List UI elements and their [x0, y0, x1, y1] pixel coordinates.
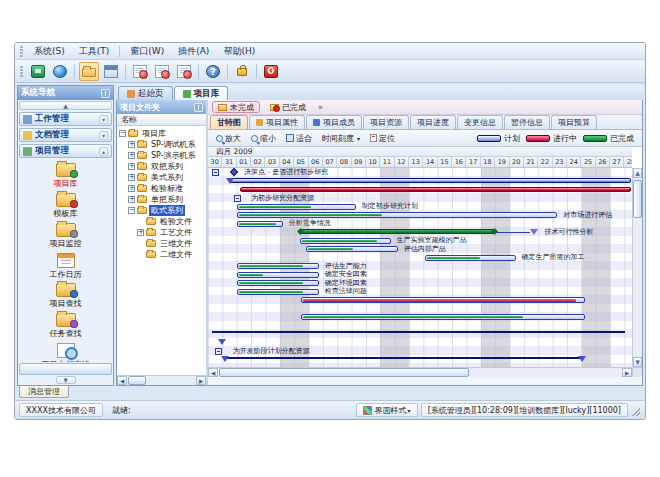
- gantt-tab-项目属性[interactable]: 项目属性: [249, 115, 305, 129]
- sidebar-item-项目监控[interactable]: 项目监控: [18, 221, 113, 251]
- sidebar-item-项目库[interactable]: 项目库: [18, 161, 113, 191]
- gantt-tab-甘特图[interactable]: 甘特图: [210, 115, 248, 129]
- tree-row[interactable]: +检验标准: [119, 183, 206, 194]
- tree-node-label[interactable]: 工艺文件: [158, 227, 194, 238]
- chevron-down-icon[interactable]: ▾: [99, 115, 108, 124]
- scroll-down-icon[interactable]: ▼: [633, 357, 642, 367]
- scroll-left-icon[interactable]: ◀: [117, 376, 127, 385]
- gantt-bar-active[interactable]: [240, 187, 631, 192]
- gantt-bar-task[interactable]: [237, 212, 558, 218]
- toolbar-grip[interactable]: [20, 46, 23, 57]
- toolbar-sheet3-button[interactable]: [174, 62, 194, 81]
- gantt-task-node[interactable]: [234, 195, 241, 202]
- toolbar-folder-button[interactable]: [79, 62, 99, 81]
- tree-row[interactable]: +双把系列: [119, 161, 206, 172]
- gantt-tab-暂停信息[interactable]: 暂停信息: [504, 115, 550, 129]
- filter-未完成-button[interactable]: 未完成: [212, 101, 260, 113]
- gantt-bar-task[interactable]: [237, 280, 319, 286]
- toolbar-sheet-button[interactable]: [130, 62, 150, 81]
- sidebar-item-工作日历[interactable]: 工作日历: [18, 251, 113, 281]
- tab-message-management[interactable]: 消息管理: [19, 386, 69, 398]
- scroll-thumb[interactable]: [128, 376, 146, 385]
- gantt-bar-plan[interactable]: [230, 178, 631, 183]
- tab-项目库[interactable]: 项目库: [174, 86, 229, 100]
- tree-node-label[interactable]: SP-演示机系: [149, 150, 198, 161]
- gantt-fit-button[interactable]: 适合: [282, 132, 316, 145]
- expand-plus-icon[interactable]: +: [128, 141, 135, 148]
- gantt-vertical-scrollbar[interactable]: ▲ ▼: [632, 168, 642, 367]
- tree-row[interactable]: 检验文件: [119, 216, 206, 227]
- gantt-locate-button[interactable]: 定位: [366, 132, 399, 145]
- collapse-minus-icon[interactable]: −: [119, 130, 126, 137]
- tree-row[interactable]: −欧式系列: [119, 205, 206, 216]
- tree-node-label[interactable]: SP-调试机系: [149, 139, 198, 150]
- gantt-task-node[interactable]: [215, 348, 222, 355]
- scroll-right-icon[interactable]: ▶: [196, 376, 206, 385]
- gantt-bar-task[interactable]: [237, 221, 283, 227]
- chevron-up-icon[interactable]: ▴: [99, 147, 108, 156]
- tree-node-label[interactable]: 检验标准: [149, 183, 185, 194]
- menu-help[interactable]: 帮助(H): [216, 44, 262, 59]
- interface-style-button[interactable]: 界面样式 ▾: [356, 403, 418, 417]
- chevron-down-icon[interactable]: ▾: [99, 131, 108, 140]
- gantt-zoom-in-button[interactable]: 放大: [212, 132, 245, 145]
- tree-row[interactable]: 二维文件: [119, 249, 206, 260]
- gantt-end-triangle[interactable]: [221, 356, 229, 362]
- tree-row[interactable]: −项目库: [119, 128, 206, 139]
- gantt-bar-task[interactable]: [237, 289, 319, 295]
- tree-node-label[interactable]: 美式系列: [149, 172, 185, 183]
- gantt-zoom-out-button[interactable]: 缩小: [247, 132, 280, 145]
- gantt-bar-task[interactable]: [301, 314, 584, 320]
- tree-row[interactable]: +工艺文件: [119, 227, 206, 238]
- gantt-milestone-triangle[interactable]: [530, 229, 538, 235]
- scroll-track[interactable]: [633, 178, 642, 357]
- scroll-right-icon[interactable]: ▶: [622, 368, 632, 377]
- tree-horizontal-scrollbar[interactable]: ◀ ▶: [117, 375, 206, 385]
- scroll-track[interactable]: [218, 368, 622, 377]
- gantt-tab-项目资源[interactable]: 项目资源: [363, 115, 409, 129]
- gantt-marker-triangle[interactable]: [226, 178, 234, 184]
- expand-plus-icon[interactable]: +: [128, 163, 135, 170]
- menu-tools[interactable]: 工具(T): [72, 44, 117, 59]
- gantt-marker-triangle[interactable]: [218, 339, 226, 345]
- expand-plus-icon[interactable]: +: [137, 229, 144, 236]
- expand-plus-icon[interactable]: +: [128, 152, 135, 159]
- gantt-bar-task[interactable]: [237, 263, 319, 269]
- sidebar-section-docs[interactable]: 文档管理▾: [19, 128, 112, 142]
- scroll-track[interactable]: [127, 376, 196, 385]
- tree-row[interactable]: +美式系列: [119, 172, 206, 183]
- tree-node-label[interactable]: 欧式系列: [149, 205, 185, 216]
- menu-window[interactable]: 窗口(W): [123, 44, 171, 59]
- overflow-chevron-icon[interactable]: »: [318, 103, 323, 112]
- tree-row[interactable]: +SP-调试机系: [119, 139, 206, 150]
- expand-plus-icon[interactable]: +: [128, 185, 135, 192]
- tree-row[interactable]: 三维文件: [119, 238, 206, 249]
- tree-node-label[interactable]: 双把系列: [149, 161, 185, 172]
- collapse-minus-icon[interactable]: −: [128, 207, 135, 214]
- gantt-task-node[interactable]: [212, 169, 219, 176]
- tree-node-label[interactable]: 检验文件: [158, 216, 194, 227]
- scroll-left-icon[interactable]: ◀: [208, 368, 218, 377]
- resize-grip[interactable]: [631, 403, 641, 417]
- sidebar-expand-button[interactable]: ▼: [56, 376, 76, 384]
- menu-plugins[interactable]: 插件(A): [171, 44, 216, 59]
- sidebar-item-任务查找[interactable]: 任务查找: [18, 311, 113, 341]
- sidebar-collapse-button[interactable]: ▲: [19, 101, 112, 110]
- toolbar-window-button[interactable]: [101, 62, 121, 81]
- gantt-tab-变更信息[interactable]: 变更信息: [457, 115, 503, 129]
- tree-row[interactable]: +单把系列: [119, 194, 206, 205]
- gantt-horizontal-scrollbar[interactable]: ◀ ▶: [208, 367, 642, 377]
- tree-node-label[interactable]: 单把系列: [149, 194, 185, 205]
- sidebar-item-项目查找[interactable]: 项目查找: [18, 281, 113, 311]
- menu-system[interactable]: 系统(S): [27, 44, 72, 59]
- sidebar-item-项目文档查找[interactable]: 项目文档查找: [18, 341, 113, 362]
- gantt-bar-summary_line[interactable]: [212, 331, 625, 333]
- gantt-bar-task[interactable]: [306, 246, 398, 252]
- scroll-thumb[interactable]: [633, 180, 642, 218]
- gantt-bar-task[interactable]: [237, 204, 356, 210]
- gantt-bar-task[interactable]: [425, 255, 516, 261]
- gantt-time-scale-button[interactable]: 时间刻度▾: [318, 132, 364, 145]
- tree-node-label[interactable]: 三维文件: [158, 238, 194, 249]
- expand-plus-icon[interactable]: +: [128, 196, 135, 203]
- gantt-bar-task[interactable]: [237, 272, 319, 278]
